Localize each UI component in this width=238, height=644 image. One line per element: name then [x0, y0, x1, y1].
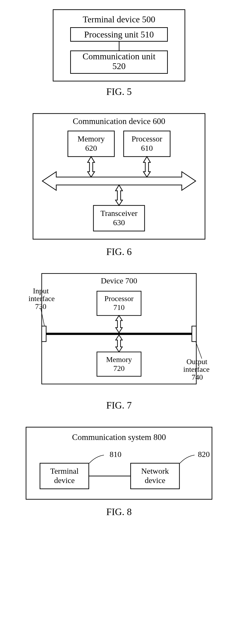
- fig6-processor-label1: Processor: [132, 134, 163, 143]
- fig5-box1-label: Processing unit 510: [84, 30, 154, 39]
- fig7-diagram: Device 700 Input interface 730 Output in…: [28, 271, 210, 395]
- fig6-memory-label2: 620: [85, 144, 97, 152]
- fig7-outer-title: Device 700: [101, 276, 137, 285]
- fig7-processor-label2: 710: [113, 303, 125, 312]
- fig5-box-processing-unit: Processing unit 510: [70, 27, 168, 42]
- fig6-outer-title: Communication device 600: [73, 116, 165, 126]
- fig6-memory-label1: Memory: [77, 134, 105, 143]
- fig7-input-interface-block: [42, 326, 46, 342]
- fig6-diagram: Communication device 600 Memory 620 Proc…: [31, 111, 207, 242]
- fig7-memory-label1: Memory: [106, 355, 132, 364]
- fig7-output-label1: Output: [186, 357, 207, 366]
- fig7-caption: FIG. 7: [0, 400, 238, 411]
- fig7-input-label2: interface: [28, 294, 55, 303]
- fig5-connector-line: [119, 42, 119, 50]
- fig8-terminal-l1: Terminal: [50, 467, 79, 475]
- fig7-output-label3: 740: [192, 373, 203, 381]
- fig8-network-num: 820: [198, 450, 210, 458]
- fig7-processor-label1: Processor: [104, 294, 134, 303]
- fig5-caption: FIG. 5: [0, 86, 238, 97]
- fig7-output-leader: [196, 342, 202, 358]
- fig7-output-label2: interface: [183, 365, 210, 374]
- fig8-terminal-l2: device: [54, 476, 75, 485]
- fig5-box2-label-line2: 520: [71, 62, 167, 71]
- fig6-transceiver-label2: 630: [113, 218, 125, 227]
- fig8-caption: FIG. 8: [0, 506, 238, 518]
- fig8-diagram: Communication system 800 Terminal device…: [24, 425, 214, 502]
- fig5-box-communication-unit: Communication unit 520: [70, 50, 168, 74]
- fig7-memory-label2: 720: [113, 364, 125, 372]
- fig8-network-l2: device: [145, 476, 166, 485]
- fig7-output-interface-block: [192, 326, 196, 342]
- fig6-caption: FIG. 6: [0, 246, 238, 257]
- fig6-transceiver-label1: Transceiver: [100, 209, 138, 218]
- fig7-input-label3: 730: [35, 302, 46, 310]
- fig8-outer-title: Communication system 800: [72, 432, 166, 442]
- fig7-input-label1: Input: [33, 287, 49, 295]
- fig8-terminal-num: 810: [110, 450, 122, 458]
- fig8-network-l1: Network: [141, 467, 169, 475]
- fig5-box2-label-line1: Communication unit: [71, 52, 167, 62]
- fig6-processor-label2: 610: [141, 144, 153, 152]
- fig5-diagram: Terminal device 500 Processing unit 510 …: [53, 9, 185, 82]
- fig5-outer-box: Terminal device 500 Processing unit 510 …: [53, 9, 185, 82]
- fig5-outer-title: Terminal device 500: [60, 14, 178, 24]
